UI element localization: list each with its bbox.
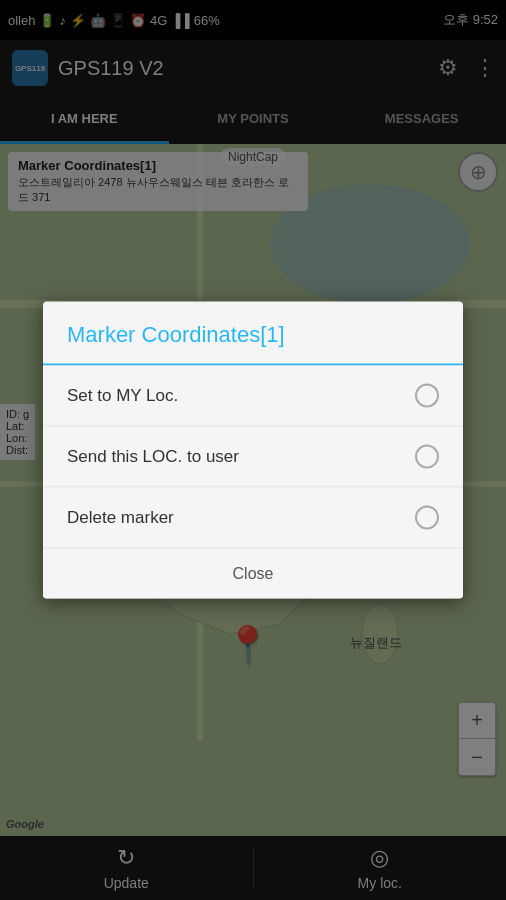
- option-set-my-loc[interactable]: Set to MY Loc.: [43, 366, 463, 427]
- option-delete-marker[interactable]: Delete marker: [43, 488, 463, 549]
- option-send-loc[interactable]: Send this LOC. to user: [43, 427, 463, 488]
- dialog-title: Marker Coordinates[1]: [43, 302, 463, 366]
- option-send-loc-radio[interactable]: [415, 445, 439, 469]
- marker-coordinates-dialog: Marker Coordinates[1] Set to MY Loc. Sen…: [43, 302, 463, 599]
- option-set-my-loc-label: Set to MY Loc.: [67, 386, 178, 406]
- dialog-close-button[interactable]: Close: [43, 549, 463, 599]
- dialog-close-label: Close: [233, 565, 274, 583]
- option-set-my-loc-radio[interactable]: [415, 384, 439, 408]
- option-delete-marker-label: Delete marker: [67, 508, 174, 528]
- option-send-loc-label: Send this LOC. to user: [67, 447, 239, 467]
- option-delete-marker-radio[interactable]: [415, 506, 439, 530]
